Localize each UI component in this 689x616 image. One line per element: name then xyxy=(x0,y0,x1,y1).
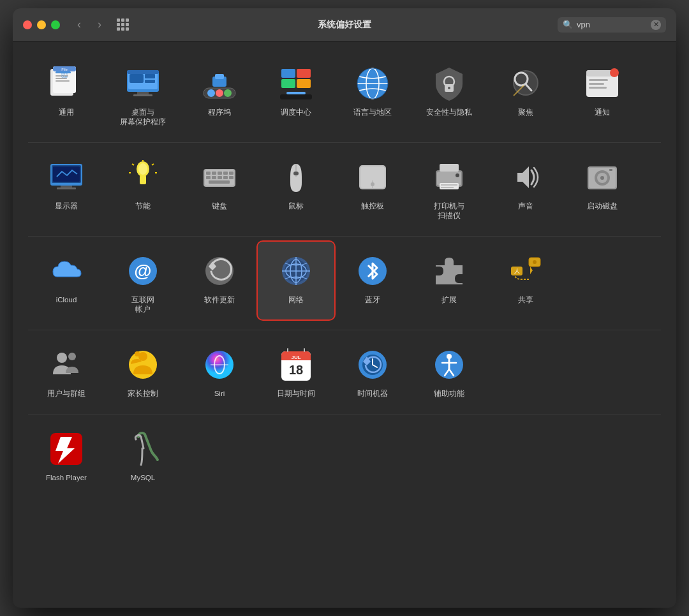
svg-rect-65 xyxy=(212,172,216,175)
pref-accessibility[interactable]: 辅助功能 xyxy=(411,335,487,404)
pref-keyboard[interactable]: 键盘 xyxy=(181,148,258,226)
pref-parental-controls[interactable]: 家长控制 xyxy=(105,335,181,404)
svg-rect-52 xyxy=(57,187,76,189)
pref-startup-disk[interactable]: 启动磁盘 xyxy=(564,148,641,226)
svg-point-115 xyxy=(135,351,140,356)
sound-icon xyxy=(507,158,545,196)
general-icon: File New Ope xyxy=(47,64,85,103)
pref-icloud[interactable]: iCloud xyxy=(28,242,105,319)
close-button[interactable] xyxy=(23,20,32,29)
svg-point-45 xyxy=(610,68,619,77)
svg-rect-70 xyxy=(212,176,216,179)
svg-rect-29 xyxy=(297,79,311,88)
pref-flash-player[interactable]: Flash Player xyxy=(28,420,105,488)
svg-rect-46 xyxy=(589,79,608,81)
mission-control-icon xyxy=(277,64,315,103)
pref-software-update[interactable]: 软件更新 xyxy=(181,242,258,319)
flash-player-label: Flash Player xyxy=(46,473,87,483)
time-machine-icon xyxy=(353,346,392,384)
titlebar: ‹ › 系统偏好设置 🔍 ✕ xyxy=(13,8,676,41)
pref-siri[interactable]: Siri xyxy=(181,335,258,404)
clear-search-button[interactable]: ✕ xyxy=(651,20,661,30)
svg-point-108 xyxy=(533,260,537,264)
pref-notifications[interactable]: 通知 xyxy=(564,54,641,132)
mouse-label: 鼠标 xyxy=(288,202,304,211)
pref-energy[interactable]: 节能 xyxy=(105,148,181,226)
maximize-button[interactable] xyxy=(51,20,60,29)
energy-icon xyxy=(124,158,162,196)
svg-rect-26 xyxy=(281,69,295,78)
svg-text:18: 18 xyxy=(289,363,303,377)
svg-rect-84 xyxy=(440,183,459,189)
search-bar[interactable]: 🔍 ✕ xyxy=(558,17,666,33)
pref-displays[interactable]: 显示器 xyxy=(28,148,105,226)
mysql-label: MySQL xyxy=(131,473,155,483)
svg-rect-5 xyxy=(56,80,70,82)
bluetooth-label: 蓝牙 xyxy=(365,295,380,305)
icloud-icon xyxy=(47,252,85,290)
svg-text:JUL: JUL xyxy=(291,355,300,360)
pref-network[interactable]: 网络 xyxy=(258,242,334,319)
internet-accounts-icon: @ xyxy=(124,252,162,290)
svg-rect-68 xyxy=(229,172,233,175)
grid-view-button[interactable] xyxy=(114,16,131,34)
svg-rect-16 xyxy=(145,74,155,78)
internet-grid: iCloud @ 互联网帐户 xyxy=(28,242,661,319)
pref-internet-accounts[interactable]: @ 互联网帐户 xyxy=(105,242,181,319)
back-button[interactable]: ‹ xyxy=(70,16,88,34)
svg-point-38 xyxy=(448,87,450,89)
pref-mysql[interactable]: MySQL xyxy=(105,420,181,488)
pref-general[interactable]: File New Ope 通用 xyxy=(28,54,105,132)
parental-controls-label: 家长控制 xyxy=(128,389,158,399)
svg-point-92 xyxy=(600,176,604,180)
icloud-label: iCloud xyxy=(56,295,77,305)
spotlight-icon xyxy=(507,64,545,103)
pref-spotlight[interactable]: 聚焦 xyxy=(487,54,564,132)
dock-icon xyxy=(200,64,239,103)
svg-rect-85 xyxy=(441,184,457,186)
search-input[interactable] xyxy=(577,20,647,29)
traffic-lights xyxy=(23,20,60,29)
pref-mouse[interactable]: 鼠标 xyxy=(258,148,334,226)
trackpad-label: 触控板 xyxy=(361,202,384,211)
svg-rect-67 xyxy=(223,172,228,175)
pref-date-time[interactable]: JUL 18 日期与时间 xyxy=(258,335,334,404)
svg-point-96 xyxy=(205,257,233,285)
pref-desktop[interactable]: 桌面与屏幕保护程序 xyxy=(105,54,181,132)
pref-trackpad[interactable]: 触控板 xyxy=(334,148,411,226)
svg-rect-73 xyxy=(229,176,233,179)
notifications-label: 通知 xyxy=(595,108,610,117)
startup-disk-label: 启动磁盘 xyxy=(587,202,618,211)
pref-printers[interactable]: 打印机与扫描仪 xyxy=(411,148,487,226)
energy-label: 节能 xyxy=(135,202,151,211)
software-update-icon xyxy=(200,252,239,290)
accessibility-icon xyxy=(430,346,468,384)
pref-security[interactable]: 安全性与隐私 xyxy=(411,54,487,132)
svg-point-20 xyxy=(207,89,215,97)
minimize-button[interactable] xyxy=(37,20,46,29)
forward-button[interactable]: › xyxy=(91,16,108,34)
section-system: 用户与群组 家长控制 xyxy=(28,335,661,414)
pref-mission-control[interactable]: 调度中心 xyxy=(258,54,334,132)
svg-rect-27 xyxy=(297,69,311,78)
pref-bluetooth[interactable]: 蓝牙 xyxy=(334,242,411,319)
svg-point-61 xyxy=(138,163,147,175)
svg-rect-64 xyxy=(206,172,211,175)
svg-point-112 xyxy=(68,353,76,360)
siri-label: Siri xyxy=(214,389,225,399)
notifications-icon xyxy=(583,64,621,103)
svg-text:人: 人 xyxy=(514,268,520,274)
network-icon xyxy=(277,252,315,290)
pref-sound[interactable]: 声音 xyxy=(487,148,564,226)
parental-controls-icon xyxy=(124,346,162,384)
svg-rect-24 xyxy=(215,74,224,79)
preferences-content: File New Ope 通用 xyxy=(13,41,676,608)
pref-sharing[interactable]: 人 共享 xyxy=(487,242,564,319)
pref-time-machine[interactable]: 时间机器 xyxy=(334,335,411,404)
displays-icon xyxy=(47,158,85,196)
pref-extensions[interactable]: 扩展 xyxy=(411,242,487,319)
pref-dock[interactable]: 程序坞 xyxy=(181,54,258,132)
pref-language[interactable]: 语言与地区 xyxy=(334,54,411,132)
pref-users-groups[interactable]: 用户与群组 xyxy=(28,335,105,404)
trackpad-icon xyxy=(353,158,392,196)
